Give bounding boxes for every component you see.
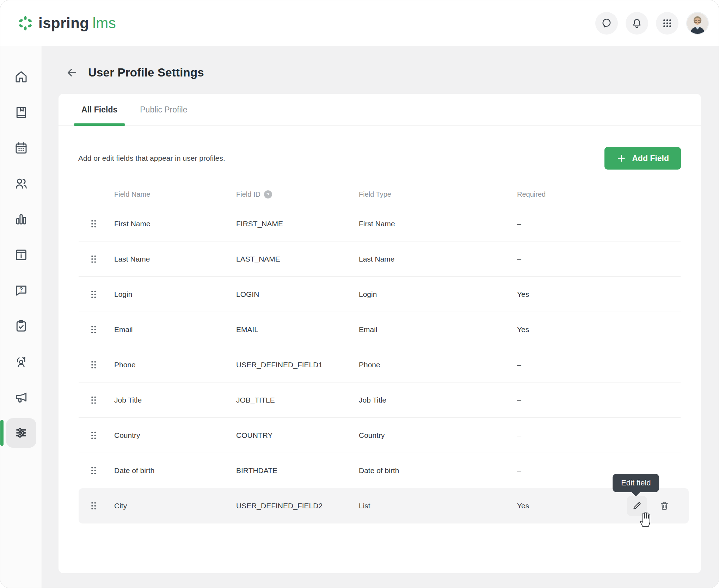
sidebar-item-home[interactable]	[6, 62, 36, 92]
field-required: –	[517, 396, 681, 404]
table-body: First NameFIRST_NAMEFirst Name–Last Name…	[79, 206, 681, 523]
chat-button[interactable]	[595, 12, 618, 35]
page-title: User Profile Settings	[88, 66, 204, 79]
ispring-logo[interactable]: ispring lms	[17, 15, 116, 32]
field-name: Date of birth	[114, 466, 236, 475]
edit-field-button[interactable]	[627, 496, 647, 516]
field-required: Yes	[517, 290, 681, 299]
column-field-id: Field ID ?	[236, 190, 359, 198]
avatar-photo-icon	[687, 13, 708, 34]
tab-public-profile[interactable]: Public Profile	[140, 94, 187, 125]
table-row: EmailEMAILEmailYes	[79, 312, 681, 347]
tab-all-fields[interactable]: All Fields	[81, 94, 117, 125]
field-required: –	[517, 361, 681, 369]
field-name: Country	[114, 431, 236, 440]
main-content: User Profile Settings All Fields Public …	[42, 46, 719, 588]
drag-handle[interactable]	[79, 219, 114, 228]
drag-dots-icon	[90, 255, 97, 264]
drag-dots-icon	[90, 501, 97, 510]
bell-icon	[631, 17, 643, 29]
sidebar-item-clipboard-check[interactable]	[6, 311, 36, 341]
drag-dots-icon	[90, 466, 97, 475]
apps-grid-button[interactable]	[656, 12, 678, 35]
field-type: Last Name	[359, 255, 517, 263]
drag-dots-icon	[90, 290, 97, 299]
field-id: JOB_TITLE	[236, 396, 359, 404]
edit-field-tooltip: Edit field	[613, 474, 659, 492]
drag-dots-icon	[90, 325, 97, 334]
field-name: Login	[114, 290, 236, 299]
sidebar-item-settings-sliders[interactable]	[6, 418, 36, 448]
book-icon	[14, 105, 29, 120]
field-id: FIRST_NAME	[236, 220, 359, 228]
table-row: PhoneUSER_DEFINED_FIELD1Phone–	[79, 347, 681, 382]
drag-dots-icon	[90, 431, 97, 440]
field-type: Email	[359, 325, 517, 334]
drag-handle[interactable]	[79, 360, 114, 369]
sidebar-item-bar-chart[interactable]	[6, 204, 36, 234]
column-field-id-label: Field ID	[236, 190, 260, 198]
add-field-button[interactable]: Add Field	[604, 147, 681, 170]
user-avatar[interactable]	[686, 12, 709, 35]
field-id-help-icon[interactable]: ?	[264, 190, 272, 198]
coaching-icon	[14, 354, 29, 369]
sidebar-item-users[interactable]	[6, 169, 36, 198]
svg-text:?: ?	[19, 286, 23, 293]
drag-handle[interactable]	[79, 255, 114, 264]
field-type: Job Title	[359, 396, 517, 404]
active-indicator	[0, 420, 4, 446]
drag-handle[interactable]	[79, 501, 114, 510]
sidebar-item-book[interactable]	[6, 98, 36, 127]
field-type: Country	[359, 431, 517, 440]
field-id: USER_DEFINED_FIELD1	[236, 361, 359, 369]
drag-handle[interactable]	[79, 290, 114, 299]
drag-handle[interactable]	[79, 325, 114, 334]
table-row: Job TitleJOB_TITLEJob Title–	[79, 382, 681, 418]
delete-field-button[interactable]	[654, 496, 675, 516]
table-row: Date of birthBIRTHDATEDate of birth–	[79, 453, 681, 488]
field-id: EMAIL	[236, 325, 359, 334]
field-name: City	[114, 502, 236, 510]
field-id: COUNTRY	[236, 431, 359, 440]
field-id: LAST_NAME	[236, 255, 359, 263]
sidebar-item-megaphone[interactable]	[6, 382, 36, 412]
field-type: Date of birth	[359, 466, 517, 475]
back-button[interactable]	[65, 66, 79, 80]
column-field-name: Field Name	[114, 190, 236, 198]
column-required: Required	[517, 190, 681, 198]
settings-sliders-icon	[14, 425, 29, 440]
bar-chart-icon	[14, 212, 29, 227]
drag-dots-icon	[90, 396, 97, 405]
add-field-label: Add Field	[632, 154, 669, 163]
notifications-button[interactable]	[626, 12, 648, 35]
sidebar-item-help-bubble[interactable]: ?	[6, 276, 36, 305]
field-required: –	[517, 255, 681, 263]
table-row: First NameFIRST_NAMEFirst Name–	[79, 206, 681, 241]
clipboard-check-icon	[14, 319, 29, 333]
drag-dots-icon	[90, 219, 97, 228]
home-icon	[14, 69, 29, 84]
table-row[interactable]: CityUSER_DEFINED_FIELD2ListYesEdit field	[79, 488, 689, 523]
field-required: –	[517, 431, 681, 440]
topbar-actions	[595, 12, 709, 35]
field-type: List	[359, 502, 517, 510]
help-bubble-icon: ?	[14, 283, 29, 298]
drag-dots-icon	[90, 360, 97, 369]
field-required: Yes	[517, 325, 681, 334]
fields-table: Field Name Field ID ? Field Type Require…	[79, 183, 681, 523]
row-actions: Edit field	[627, 488, 675, 523]
drag-handle[interactable]	[79, 466, 114, 475]
drag-handle[interactable]	[79, 396, 114, 405]
drag-handle[interactable]	[79, 431, 114, 440]
field-required: –	[517, 466, 681, 475]
section-description: Add or edit fields that appear in user p…	[78, 154, 225, 163]
field-name: Job Title	[114, 396, 236, 404]
sidebar-item-calendar[interactable]	[6, 133, 36, 163]
sidebar-item-coaching[interactable]	[6, 347, 36, 376]
megaphone-icon	[14, 390, 29, 405]
sidebar-item-info-box[interactable]	[6, 240, 36, 270]
chat-icon	[601, 17, 613, 29]
brand-name: ispring	[38, 15, 89, 32]
field-id: LOGIN	[236, 290, 359, 299]
field-name: Phone	[114, 361, 236, 369]
